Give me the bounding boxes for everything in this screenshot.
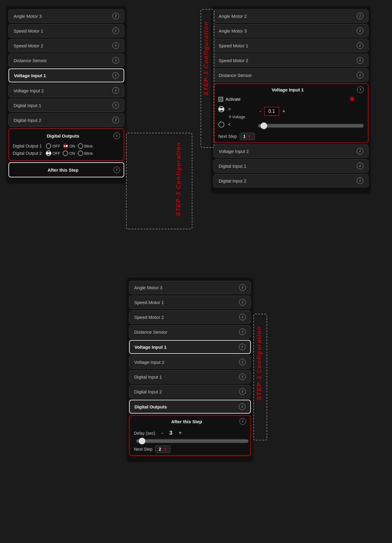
radio-on-circle [63,143,68,149]
delay-slider[interactable] [136,439,248,443]
info-icon[interactable]: i [112,27,119,34]
item-label: Voltage Input 1 [14,73,46,78]
list-item-distance-sensor-left[interactable]: Distance Sensor i [8,54,124,67]
info-icon[interactable]: i [239,299,246,306]
output-1-blink[interactable]: Blink [78,143,93,149]
item-label: Angle Motor 3 [14,14,42,19]
info-icon[interactable]: i [239,329,246,335]
output-2-blink[interactable]: Blink [78,151,93,156]
delay-minus-btn[interactable]: - [160,430,165,437]
info-icon[interactable]: i [357,148,363,154]
delay-plus-btn[interactable]: + [177,430,183,437]
info-icon[interactable]: i [357,57,363,64]
output-1-label: Digital Output 1 [13,144,43,148]
output-1-on[interactable]: ON [63,143,75,149]
item-label: Digital Input 2 [134,389,162,394]
list-item-speed-motor-1-left[interactable]: Speed Motor 1 i [8,24,124,37]
list-item-angle-motor-3-bottom[interactable]: Angle Motor 3 i [129,281,251,294]
list-item-angle-motor-2-right[interactable]: Angle Motor 2 i [213,9,368,23]
info-icon[interactable]: i [239,388,246,395]
list-item-distance-sensor-right[interactable]: Distance Sensor i [213,68,368,82]
list-item-voltage-input-2-right[interactable]: Voltage Input 2 i [213,144,368,158]
list-item-digital-input-1-bottom[interactable]: Digital Input 1 i [129,370,251,383]
comp-gt-radio[interactable] [218,106,224,112]
list-item-speed-motor-2-left[interactable]: Speed Motor 2 i [8,39,124,52]
info-icon[interactable]: i [357,177,363,184]
list-item-voltage-input-1-left[interactable]: Voltage Input 1 i [8,68,124,82]
list-item-speed-motor-2-right[interactable]: Speed Motor 2 i [213,54,368,67]
list-item-angle-motor-3-right[interactable]: Angle Motor 3 i [213,24,368,37]
list-item-angle-motor-3-left[interactable]: Angle Motor 3 i [8,9,124,23]
info-icon[interactable]: i [239,418,246,425]
info-icon[interactable]: i [112,117,119,123]
plus-btn[interactable]: + [281,108,287,115]
info-icon[interactable]: i [357,72,363,78]
info-icon[interactable]: i [357,27,363,34]
list-item-digital-input-1-right[interactable]: Digital Input 1 i [213,159,368,173]
delay-next-step-dropdown[interactable]: 2 ▼ [155,446,170,453]
voltage-value-box[interactable]: 0.1 [264,107,279,116]
info-icon[interactable]: i [357,13,363,19]
comparator-gt-row: > [218,106,254,112]
item-label: Voltage Input 2 [219,149,249,154]
info-icon[interactable]: i [239,314,246,320]
left-panel: Angle Motor 3 i Speed Motor 1 i Speed Mo… [6,6,127,184]
comp-lt-radio[interactable] [218,122,224,128]
info-icon[interactable]: i [112,72,119,79]
list-item-voltage-input-2-left[interactable]: Voltage Input 2 i [8,84,124,97]
info-icon[interactable]: i [112,13,119,19]
info-icon[interactable]: i [113,132,120,139]
info-icon[interactable]: i [357,163,363,169]
delay-row: Delay (sec) - 3 + [134,430,246,437]
info-icon[interactable]: i [113,167,120,173]
info-icon[interactable]: i [239,359,246,365]
item-label: Digital Input 2 [14,118,41,123]
delay-slider-thumb[interactable] [139,438,145,444]
digital-outputs-section-left: Digital Outputs i Digital Output 1 OFF O… [8,128,124,161]
info-icon[interactable]: i [357,86,364,93]
list-item-speed-motor-2-bottom[interactable]: Speed Motor 2 i [129,310,251,324]
after-step-title: After this Step [134,419,239,424]
list-item-digital-input-2-left[interactable]: Digital Input 2 i [8,113,124,127]
activate-checkbox[interactable] [218,97,223,102]
list-item-digital-input-1-left[interactable]: Digital Input 1 i [8,99,124,112]
item-label: Speed Motor 2 [14,43,43,48]
info-icon[interactable]: i [239,344,245,350]
list-item-distance-sensor-bottom[interactable]: Distance Sensor i [129,325,251,338]
minus-btn[interactable]: - [258,108,262,115]
list-item-speed-motor-1-right[interactable]: Speed Motor 1 i [213,39,368,52]
step-3-label-left: STEP-3 Configuration [175,142,182,216]
info-icon[interactable]: i [112,42,119,49]
list-item-digital-input-2-bottom[interactable]: Digital Input 2 i [129,385,251,398]
next-step-label: Next Step [218,134,237,139]
info-icon[interactable]: i [239,403,245,410]
info-icon[interactable]: i [239,284,246,291]
output-2-on[interactable]: ON [63,151,75,156]
output-2-off[interactable]: OFF [46,151,60,156]
voltage-slider[interactable] [258,124,364,128]
after-step-expanded: After this Step i Delay (sec) - 3 + Next… [129,415,251,456]
list-item-speed-motor-1-bottom[interactable]: Speed Motor 1 i [129,296,251,309]
output-1-radio-group: OFF ON Blink [46,143,93,149]
list-item-digital-outputs-bottom[interactable]: Digital Outputs i [129,400,251,414]
list-item-voltage-input-1-bottom[interactable]: Voltage Input 1 i [129,340,251,354]
dashed-connector-left [126,133,192,229]
output-1-off[interactable]: OFF [46,143,60,149]
info-icon[interactable]: i [357,42,363,49]
info-icon[interactable]: i [112,102,119,109]
info-icon[interactable]: i [239,373,246,380]
comp-lt-symbol: < [228,122,233,127]
after-this-step-left[interactable]: After this Step i [8,162,124,177]
slider-thumb[interactable] [261,122,267,129]
voltage-input-expanded: Voltage Input 1 i Activate ✱ > [213,83,368,143]
item-label: Digital Input 1 [219,164,246,169]
next-step-dropdown[interactable]: 1 ▼ [240,133,255,140]
list-item-digital-input-2-right[interactable]: Digital Input 2 i [213,174,368,187]
item-label: Speed Motor 1 [14,28,43,33]
list-item-voltage-input-2-bottom[interactable]: Voltage Input 2 i [129,355,251,369]
info-icon[interactable]: i [112,57,119,64]
info-icon[interactable]: i [112,87,119,94]
item-label: Digital Outputs [134,404,167,409]
item-label: Angle Motor 3 [134,285,162,290]
item-label: Distance Sensor [14,58,47,63]
